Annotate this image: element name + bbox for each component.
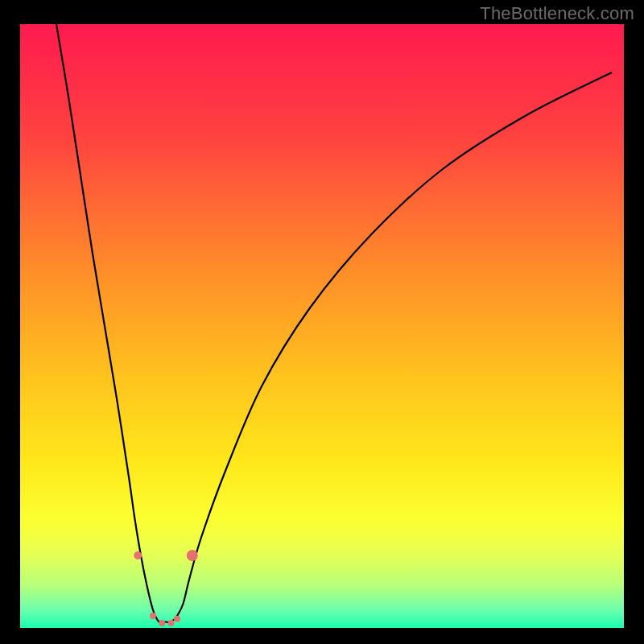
highlight-marker xyxy=(134,551,142,559)
highlight-marker xyxy=(168,620,175,626)
chart-background xyxy=(20,24,624,628)
highlight-marker xyxy=(150,613,156,619)
highlight-marker xyxy=(174,616,180,622)
bottleneck-chart xyxy=(20,24,624,628)
chart-frame xyxy=(20,24,624,628)
watermark-text: TheBottleneck.com xyxy=(480,3,634,24)
highlight-marker xyxy=(187,550,198,561)
highlight-marker xyxy=(159,620,165,626)
